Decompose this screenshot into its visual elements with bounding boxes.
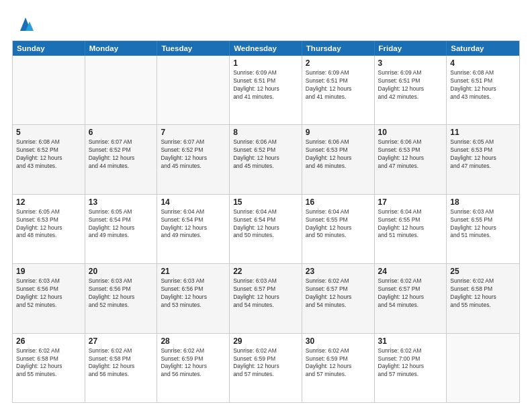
cal-cell-1: 1Sunrise: 6:09 AMSunset: 6:51 PMDaylight… bbox=[230, 56, 302, 124]
cell-line: Sunset: 6:58 PM bbox=[450, 285, 516, 293]
cell-line: Sunset: 6:51 PM bbox=[378, 77, 443, 85]
day-number: 10 bbox=[378, 128, 443, 137]
day-number: 12 bbox=[16, 197, 81, 207]
calendar-row-3: 19Sunrise: 6:03 AMSunset: 6:56 PMDayligh… bbox=[13, 263, 519, 332]
day-number: 28 bbox=[161, 336, 226, 346]
cal-cell-empty bbox=[85, 56, 158, 124]
day-number: 2 bbox=[306, 58, 371, 68]
cell-line: and 48 minutes. bbox=[16, 232, 81, 240]
cell-line: Sunset: 6:54 PM bbox=[233, 216, 298, 224]
header-day-sunday: Sunday bbox=[13, 41, 85, 56]
cell-line: Sunset: 6:54 PM bbox=[161, 216, 226, 224]
cal-cell-15: 15Sunrise: 6:04 AMSunset: 6:54 PMDayligh… bbox=[230, 195, 302, 263]
cell-line: and 53 minutes. bbox=[161, 302, 226, 310]
cell-line: Sunrise: 6:09 AM bbox=[306, 69, 371, 77]
cal-cell-25: 25Sunrise: 6:02 AMSunset: 6:58 PMDayligh… bbox=[447, 264, 519, 332]
cell-line: Sunrise: 6:03 AM bbox=[161, 277, 226, 285]
cell-line: Sunset: 6:53 PM bbox=[306, 146, 371, 154]
cal-cell-14: 14Sunrise: 6:04 AMSunset: 6:54 PMDayligh… bbox=[157, 195, 230, 263]
page: SundayMondayTuesdayWednesdayThursdayFrid… bbox=[0, 0, 532, 411]
cell-line: Sunset: 6:53 PM bbox=[450, 146, 516, 154]
cal-cell-19: 19Sunrise: 6:03 AMSunset: 6:56 PMDayligh… bbox=[13, 264, 85, 332]
cal-cell-26: 26Sunrise: 6:02 AMSunset: 6:58 PMDayligh… bbox=[13, 334, 85, 402]
header-day-monday: Monday bbox=[85, 41, 158, 56]
cal-cell-2: 2Sunrise: 6:09 AMSunset: 6:51 PMDaylight… bbox=[302, 56, 375, 124]
cell-line: Sunrise: 6:06 AM bbox=[233, 138, 298, 146]
cell-line: Daylight: 12 hours bbox=[233, 224, 298, 232]
cell-line: Sunrise: 6:05 AM bbox=[450, 138, 516, 146]
cell-line: Sunrise: 6:02 AM bbox=[450, 277, 516, 285]
day-number: 31 bbox=[378, 336, 443, 346]
day-number: 8 bbox=[233, 128, 298, 137]
cell-line: and 57 minutes. bbox=[378, 371, 443, 379]
cell-line: Sunset: 6:51 PM bbox=[306, 77, 371, 85]
cell-line: Daylight: 12 hours bbox=[450, 224, 516, 232]
cell-line: and 57 minutes. bbox=[306, 371, 371, 379]
cell-line: Sunset: 6:52 PM bbox=[161, 146, 226, 154]
cell-line: Sunrise: 6:03 AM bbox=[233, 277, 298, 285]
calendar-row-0: 1Sunrise: 6:09 AMSunset: 6:51 PMDaylight… bbox=[13, 56, 519, 124]
cell-line: Daylight: 12 hours bbox=[450, 85, 516, 93]
cell-line: and 46 minutes. bbox=[306, 163, 371, 171]
cell-line: and 52 minutes. bbox=[89, 302, 154, 310]
day-number: 9 bbox=[306, 128, 371, 137]
cell-line: Daylight: 12 hours bbox=[306, 224, 371, 232]
cell-line: Daylight: 12 hours bbox=[378, 293, 443, 302]
day-number: 14 bbox=[161, 197, 226, 207]
cell-line: Sunrise: 6:02 AM bbox=[16, 347, 81, 355]
cell-line: Sunrise: 6:02 AM bbox=[306, 347, 371, 355]
cell-line: Sunset: 6:52 PM bbox=[89, 146, 154, 154]
cell-line: Daylight: 12 hours bbox=[233, 363, 298, 371]
cell-line: Daylight: 12 hours bbox=[378, 154, 443, 163]
cal-cell-empty bbox=[157, 56, 230, 124]
cell-line: Sunset: 6:57 PM bbox=[306, 285, 371, 293]
cell-line: Sunset: 6:56 PM bbox=[161, 285, 226, 293]
cell-line: Daylight: 12 hours bbox=[161, 154, 226, 163]
cell-line: Sunrise: 6:04 AM bbox=[378, 208, 443, 216]
cal-cell-empty bbox=[447, 334, 519, 402]
cal-cell-21: 21Sunrise: 6:03 AMSunset: 6:56 PMDayligh… bbox=[157, 264, 230, 332]
day-number: 18 bbox=[450, 197, 516, 207]
cell-line: Sunrise: 6:04 AM bbox=[161, 208, 226, 216]
cell-line: Daylight: 12 hours bbox=[89, 293, 154, 302]
cal-cell-28: 28Sunrise: 6:02 AMSunset: 6:59 PMDayligh… bbox=[157, 334, 230, 402]
cell-line: Sunrise: 6:07 AM bbox=[89, 138, 154, 146]
header-day-tuesday: Tuesday bbox=[157, 41, 230, 56]
cell-line: Sunset: 6:56 PM bbox=[16, 285, 81, 293]
cell-line: Sunrise: 6:06 AM bbox=[378, 138, 443, 146]
cell-line: Daylight: 12 hours bbox=[16, 224, 81, 232]
cal-cell-9: 9Sunrise: 6:06 AMSunset: 6:53 PMDaylight… bbox=[302, 125, 375, 193]
cal-cell-22: 22Sunrise: 6:03 AMSunset: 6:57 PMDayligh… bbox=[230, 264, 302, 332]
cell-line: Sunset: 6:55 PM bbox=[450, 216, 516, 224]
cell-line: and 45 minutes. bbox=[161, 163, 226, 171]
day-number: 26 bbox=[16, 336, 81, 346]
cell-line: Daylight: 12 hours bbox=[233, 293, 298, 302]
cal-cell-24: 24Sunrise: 6:02 AMSunset: 6:57 PMDayligh… bbox=[375, 264, 447, 332]
day-number: 30 bbox=[306, 336, 371, 346]
cell-line: Sunrise: 6:09 AM bbox=[378, 69, 443, 77]
cell-line: and 43 minutes. bbox=[450, 93, 516, 101]
logo-icon bbox=[15, 12, 36, 34]
cell-line: Daylight: 12 hours bbox=[450, 154, 516, 163]
cell-line: and 54 minutes. bbox=[233, 302, 298, 310]
cal-cell-31: 31Sunrise: 6:02 AMSunset: 7:00 PMDayligh… bbox=[375, 334, 447, 402]
day-number: 25 bbox=[450, 267, 516, 276]
cell-line: Daylight: 12 hours bbox=[161, 363, 226, 371]
cell-line: and 52 minutes. bbox=[16, 302, 81, 310]
cell-line: Sunset: 6:59 PM bbox=[306, 355, 371, 363]
cell-line: Sunrise: 6:02 AM bbox=[233, 347, 298, 355]
cell-line: Daylight: 12 hours bbox=[161, 224, 226, 232]
day-number: 6 bbox=[89, 128, 154, 137]
cell-line: Daylight: 12 hours bbox=[306, 363, 371, 371]
day-number: 11 bbox=[450, 128, 516, 137]
cell-line: Daylight: 12 hours bbox=[306, 293, 371, 302]
cell-line: Daylight: 12 hours bbox=[378, 85, 443, 93]
header-day-friday: Friday bbox=[375, 41, 447, 56]
cell-line: Sunset: 6:51 PM bbox=[450, 77, 516, 85]
calendar: SundayMondayTuesdayWednesdayThursdayFrid… bbox=[12, 40, 520, 403]
cell-line: and 47 minutes. bbox=[378, 163, 443, 171]
cell-line: and 55 minutes. bbox=[16, 371, 81, 379]
header-day-saturday: Saturday bbox=[447, 41, 519, 56]
cell-line: and 54 minutes. bbox=[306, 302, 371, 310]
cell-line: Daylight: 12 hours bbox=[233, 154, 298, 163]
